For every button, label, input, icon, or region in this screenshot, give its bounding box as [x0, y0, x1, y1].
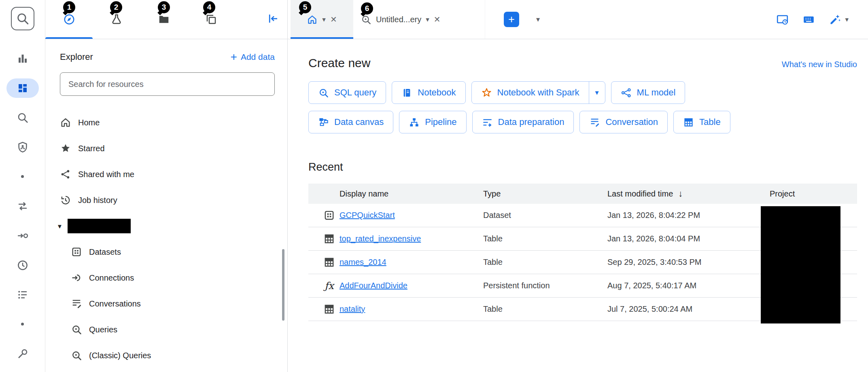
recent-heading: Recent	[308, 161, 857, 173]
sql-query-button[interactable]: SQL query	[308, 81, 386, 104]
annotation-badge-4: 4	[203, 1, 215, 13]
chevron-down-icon[interactable]: ▾	[322, 16, 326, 23]
badge-number: 5	[303, 3, 308, 12]
recent-item-link[interactable]: top_rated_inexpensive	[340, 234, 421, 243]
query-icon	[71, 350, 82, 361]
ml-model-button[interactable]: ML model	[611, 81, 685, 104]
badge-number: 6	[365, 4, 369, 13]
editor-tab-bar: ▾ ✕ Untitled...ery ▾ ✕ + ▾ ▾	[288, 0, 868, 39]
copy-icon	[205, 13, 217, 25]
tree-item-label: Conversations	[89, 299, 141, 309]
recent-item-type: Table	[483, 234, 607, 243]
column-label: Last modified time	[607, 189, 673, 199]
gemini-assist-button[interactable]: ▾	[829, 13, 849, 26]
annotation-badge-6: 6	[361, 2, 373, 15]
keyboard-shortcuts-icon[interactable]	[802, 13, 815, 26]
sort-descending-icon[interactable]: ↓	[678, 188, 683, 199]
tree-item-queries[interactable]: Queries	[45, 317, 287, 342]
table-icon	[323, 233, 335, 245]
button-label: Notebook with Spark	[497, 87, 579, 98]
pipeline-button[interactable]: Pipeline	[399, 111, 466, 133]
close-icon[interactable]: ✕	[434, 15, 441, 23]
whats-new-link[interactable]: What's new in Studio	[782, 60, 857, 69]
tree-item-classic-queries[interactable]: (Classic) Queries	[45, 342, 287, 368]
home-content: Create new What's new in Studio SQL quer…	[288, 39, 868, 372]
recent-item-link[interactable]: AddFourAndDivide	[340, 281, 407, 290]
bigquery-studio-app: Explorer + Add data Home Starred Shared …	[0, 0, 868, 372]
conversation-button[interactable]: Conversation	[579, 111, 668, 133]
badge-number: 4	[207, 3, 212, 12]
tree-item-starred[interactable]: Starred	[45, 135, 287, 161]
rail-nav-list	[0, 44, 45, 368]
dataflow-icon[interactable]	[0, 221, 45, 250]
analytics-icon[interactable]	[0, 44, 45, 73]
recent-item-link[interactable]: GCPQuickStart	[340, 211, 395, 220]
close-icon[interactable]: ✕	[330, 15, 337, 23]
tab-list-chevron-icon[interactable]: ▾	[536, 15, 540, 24]
cloud-shell-icon[interactable]	[776, 13, 789, 26]
plus-icon: +	[231, 51, 237, 63]
connection-icon	[71, 272, 82, 283]
data-preparation-button[interactable]: Data preparation	[472, 111, 574, 133]
tree-item-project[interactable]: ▼	[45, 213, 287, 239]
recent-item-modified: Sep 29, 2025, 3:40:53 PM	[607, 258, 770, 267]
add-data-button[interactable]: + Add data	[231, 51, 275, 63]
notebook-button[interactable]: Notebook	[392, 81, 465, 104]
notebook-with-spark-button[interactable]: Notebook with Spark ▾	[471, 81, 605, 104]
capacity-icon[interactable]	[0, 280, 45, 309]
table-button[interactable]: Table	[673, 111, 730, 133]
tree-item-home[interactable]: Home	[45, 110, 287, 135]
column-label: Type	[483, 189, 501, 199]
button-label: Pipeline	[425, 117, 456, 127]
badge-number: 2	[114, 3, 119, 12]
collapse-panel-button[interactable]	[267, 13, 279, 26]
pipeline-icon	[409, 117, 420, 128]
recent-item-type: Dataset	[483, 211, 607, 220]
tree-item-connections[interactable]: Connections	[45, 265, 287, 291]
data-canvas-button[interactable]: Data canvas	[308, 111, 393, 133]
governance-shield-icon[interactable]	[0, 132, 45, 162]
canvas-icon	[318, 117, 329, 128]
annotation-badge-1: 1	[63, 1, 75, 13]
tree-item-job-history[interactable]: Job history	[45, 187, 287, 213]
data-transfer-icon[interactable]	[0, 191, 45, 221]
button-label: Data canvas	[334, 117, 384, 127]
tree-item-label: Shared with me	[78, 170, 134, 179]
chevron-down-icon[interactable]: ▾	[426, 16, 429, 23]
tree-item-label: Datasets	[89, 247, 121, 257]
column-header-project[interactable]: Project	[770, 189, 857, 199]
spark-dropdown-button[interactable]: ▾	[589, 82, 605, 104]
search-input[interactable]	[68, 80, 266, 89]
recent-item-modified: Jan 13, 2026, 8:04:04 PM	[607, 234, 770, 243]
studio-grid-icon[interactable]	[0, 73, 45, 103]
left-nav-rail	[0, 0, 45, 372]
table-icon	[323, 303, 335, 315]
column-header-type[interactable]: Type	[483, 189, 607, 199]
recent-table: Display name Type Last modified time↓ Pr…	[308, 184, 857, 321]
new-tab-button[interactable]: +	[504, 12, 519, 27]
bigquery-logo[interactable]	[11, 7, 34, 30]
button-label: Notebook	[418, 87, 456, 98]
expander-triangle-icon[interactable]: ▼	[57, 223, 63, 230]
recent-item-link[interactable]: names_2014	[340, 258, 386, 267]
scheduled-queries-icon[interactable]	[0, 250, 45, 280]
annotation-badge-2: 2	[110, 1, 122, 13]
project-column-redaction	[761, 206, 840, 323]
partner-tools-icon[interactable]	[0, 339, 45, 368]
search-icon[interactable]	[0, 103, 45, 132]
annotation-badge-3: 3	[158, 1, 170, 13]
column-header-display-name[interactable]: Display name	[308, 189, 483, 199]
table-icon	[683, 117, 694, 128]
explorer-scrollbar[interactable]	[282, 249, 284, 321]
column-header-last-modified[interactable]: Last modified time↓	[607, 188, 770, 199]
create-new-heading: Create new	[308, 56, 370, 70]
tree-item-datasets[interactable]: Datasets	[45, 239, 287, 265]
query-icon	[71, 324, 82, 335]
tab-untitled-query[interactable]: Untitled...ery ▾ ✕	[353, 0, 485, 39]
tree-item-label: Home	[78, 118, 100, 127]
dataset-icon	[71, 246, 82, 258]
tree-item-shared-with-me[interactable]: Shared with me	[45, 161, 287, 187]
recent-item-link[interactable]: natality	[340, 304, 365, 314]
tree-item-conversations[interactable]: Conversations	[45, 291, 287, 317]
column-label: Display name	[340, 189, 388, 199]
